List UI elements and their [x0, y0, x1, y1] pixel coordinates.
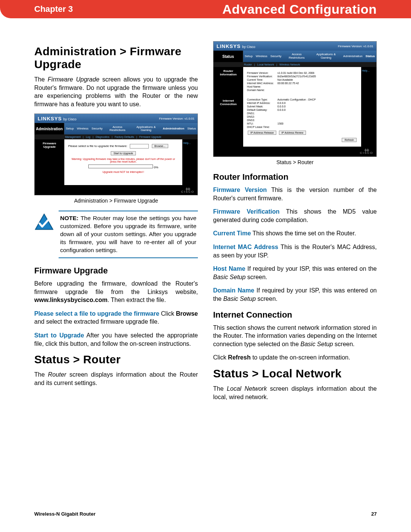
svg-marker-1: [37, 215, 52, 229]
paragraph-local-network: The Local Network screen displays inform…: [213, 385, 377, 401]
browse-button[interactable]: Browse...: [152, 144, 168, 148]
progress-bar: [88, 165, 153, 168]
right-column: LINKSYSby Cisco Firmware Version: v1.0.0…: [213, 41, 377, 406]
chapter-label: Chapter 3: [0, 4, 73, 14]
lead-label: Current Time: [213, 230, 251, 236]
tab-administration[interactable]: Administration: [161, 127, 186, 131]
tab-apps[interactable]: Applications & Gaming: [131, 126, 161, 133]
note-label: NOTE:: [60, 215, 78, 221]
value: 0.0.0.0: [277, 105, 357, 108]
key: Domain Name:: [247, 89, 277, 91]
paragraph-download: Before upgrading the firmware, download …: [34, 280, 198, 304]
text: The: [34, 371, 48, 378]
screenshot-firmware-upgrade: LINKSYSby Cisco Firmware Version: v1.0.0…: [34, 113, 198, 195]
subnav-item[interactable]: Management: [65, 136, 81, 138]
subnav-item[interactable]: Diagnostics: [96, 136, 109, 138]
refresh-button[interactable]: Refresh: [342, 138, 357, 142]
tab-status[interactable]: Status: [364, 55, 376, 58]
tab-security[interactable]: Security: [90, 127, 104, 131]
lead-label: Domain Name: [213, 287, 254, 294]
table-row: DNS1:: [247, 112, 357, 115]
nav-section: Administration: [35, 123, 64, 134]
paragraph-fw-version: Firmware Version This is the version num…: [213, 186, 377, 202]
text: Click: [213, 354, 228, 361]
panel-subnav: Management | Log | Diagnostics | Factory…: [35, 134, 198, 139]
help-link[interactable]: Help...: [361, 67, 376, 147]
sep: |: [276, 63, 277, 66]
heading-status-local-network: Status > Local Network: [213, 367, 377, 380]
progress-percent: 0%: [154, 166, 158, 169]
text: If required by your ISP, this was entere…: [245, 265, 377, 272]
subnav-item[interactable]: Factory Defaults: [115, 136, 134, 138]
text: and select the extracted firmware upgrad…: [34, 318, 159, 325]
tab-setup[interactable]: Setup: [64, 127, 75, 131]
subnav-item[interactable]: Router: [244, 63, 252, 66]
value: v1.0.01 build 004 Dec 02, 2008: [277, 72, 357, 74]
tab-status[interactable]: Status: [186, 127, 198, 131]
tab-apps[interactable]: Applications & Gaming: [311, 53, 342, 60]
section-label: Router Information: [215, 69, 242, 76]
lead-label: Start to Upgrade: [34, 332, 84, 339]
interrupt-warning: Upgrade must NOT be interrupted !: [68, 171, 178, 173]
page-body: Administration > Firmware Upgrade The Fi…: [0, 18, 411, 406]
firmware-version-label: Firmware Version: v1.0.01: [338, 45, 373, 48]
value: 0.0.0.0: [277, 102, 357, 104]
subnav-item[interactable]: Wireless Network: [279, 63, 300, 66]
key: MTU:: [247, 122, 277, 125]
key: Internet IP Address:: [247, 102, 277, 104]
text-italic: Local Network: [227, 385, 267, 392]
subnav-item[interactable]: Log: [86, 136, 91, 138]
nav-section: Status: [213, 51, 243, 62]
heading-internet-connection: Internet Connection: [213, 310, 377, 320]
table-row: Default Gateway:0.0.0.0: [247, 109, 357, 111]
tab-access[interactable]: Access Restrictions: [104, 126, 131, 133]
tab-security[interactable]: Security: [269, 55, 283, 58]
paragraph-host-name: Host Name If required by your ISP, this …: [213, 265, 377, 281]
value: Automatic Configuration - DHCP: [277, 98, 357, 101]
subnav-item[interactable]: Local Network: [257, 63, 274, 66]
tab-setup[interactable]: Setup: [243, 55, 254, 58]
text: . Then extract the file.: [107, 297, 166, 303]
value: [277, 89, 357, 91]
key: DNS1:: [247, 112, 277, 115]
sep: |: [136, 136, 137, 138]
lead-label: Internet MAC Address: [213, 244, 278, 250]
tab-administration[interactable]: Administration: [342, 55, 364, 58]
start-upgrade-button[interactable]: Start to Upgrade: [111, 151, 135, 155]
key: DHCP Lease Time:: [247, 126, 277, 128]
value: Not Available: [277, 78, 357, 81]
table-row: Host Name:: [247, 85, 357, 88]
table-row: Firmware Verification:8d2a4883b52a2721d7…: [247, 75, 357, 78]
key: Default Gateway:: [247, 109, 277, 111]
help-link[interactable]: Help...: [182, 139, 198, 185]
intro-paragraph: The Firmware Upgrade screen allows you t…: [34, 75, 198, 108]
note-content: NOTE: The Router may lose the settings y…: [59, 211, 198, 258]
text: screen.: [333, 341, 355, 347]
sep: |: [92, 136, 93, 138]
paragraph-internet-connection: This section shows the current network i…: [213, 324, 377, 348]
tab-wireless[interactable]: Wireless: [254, 55, 269, 58]
section-labels: Router Information Internet Connection: [213, 67, 243, 147]
brand-sub: by Cisco: [63, 117, 76, 121]
section-label: Internet Connection: [215, 99, 242, 106]
screenshot-status-router: LINKSYSby Cisco Firmware Version: v1.0.0…: [213, 41, 377, 157]
panel-body: Router Information Internet Connection F…: [213, 67, 376, 147]
key: DNS3:: [247, 119, 277, 121]
brand-text: LINKSYS: [38, 116, 62, 121]
subnav-item[interactable]: Firmware Upgrade: [139, 136, 161, 138]
ip-renew-button[interactable]: IP Address Renew: [279, 131, 306, 135]
text: Click: [159, 310, 176, 317]
key: Host Name:: [247, 85, 277, 88]
paragraph-current-time: Current Time This shows the time set on …: [213, 229, 377, 238]
ip-release-button[interactable]: IP Address Release: [248, 131, 276, 135]
paragraph-start-upgrade: Start to Upgrade After you have selected…: [34, 331, 198, 348]
tab-access[interactable]: Access Restrictions: [283, 53, 310, 60]
sep: |: [112, 136, 112, 138]
file-input[interactable]: [130, 144, 149, 149]
tab-wireless[interactable]: Wireless: [75, 127, 90, 131]
cisco-logo-icon: ·ı|ı·ı|ı·CISCO: [181, 187, 194, 193]
panel-footer: ·ı|ı·ı|ı·CISCO: [35, 185, 198, 195]
value: [277, 115, 357, 118]
value: 0.0.0.0: [277, 109, 357, 111]
note-text: The Router may lose the settings you hav…: [60, 215, 196, 253]
